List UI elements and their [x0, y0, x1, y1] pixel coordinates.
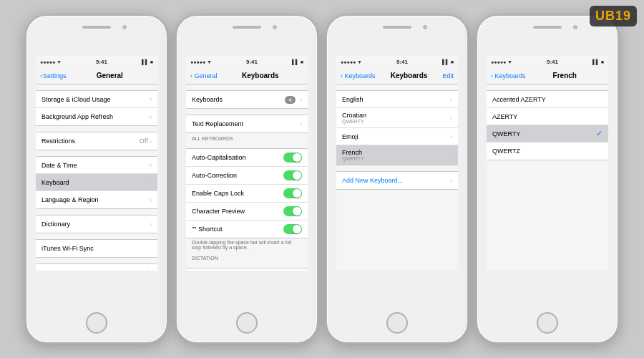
- list-item-emoji[interactable]: Emoji ›: [336, 128, 458, 145]
- list-item-qwertz[interactable]: QWERTZ: [487, 142, 608, 160]
- list-item-add-keyboard[interactable]: Add New Keyboard... ›: [336, 172, 458, 189]
- phone-screen-keyboards-list: ●●●●● ▼ 9:41 ▌▌ ■ ‹ Keyboards Keyboards …: [336, 56, 458, 271]
- list-item-char-preview[interactable]: Character Preview: [186, 203, 308, 221]
- french-options-section: Accented AZERTY AZERTY QWERTY ✓ QWERTZ: [487, 90, 608, 160]
- nav-bar-keyboards-list: ‹ Keyboards Keyboards Edit: [336, 67, 458, 84]
- status-bar-2: ●●●●● ▼ 9:41 ▌▌ ■: [186, 56, 308, 67]
- toggle-auto-cap[interactable]: [283, 153, 302, 163]
- list-item-french[interactable]: French QWERTY ›: [336, 145, 458, 165]
- list-item-datetime[interactable]: Date & Time ›: [36, 157, 157, 174]
- dictation-header: DICTATION: [186, 253, 308, 262]
- back-button-general[interactable]: ‹ Settings: [40, 72, 67, 79]
- list-item-caps-lock[interactable]: Enable Caps Lock: [186, 185, 308, 203]
- list-item-language[interactable]: Language & Region ›: [36, 191, 157, 208]
- status-bar-3: ●●●●● ▼ 9:41 ▌▌ ■: [336, 56, 458, 67]
- list-item-accented-azerty[interactable]: Accented AZERTY: [487, 91, 608, 108]
- all-keyboards-header: ALL KEYBOARDS: [186, 133, 308, 142]
- list-item-vpn[interactable]: VPN Not Connected ›: [36, 264, 157, 271]
- nav-title-general: General: [97, 72, 123, 79]
- shortcut-footer: Double-tapping the space bar will insert…: [186, 238, 308, 253]
- nav-bar-french: ‹ Keyboards French: [487, 67, 608, 84]
- phone-speaker-3: [383, 26, 411, 29]
- phone-home-button[interactable]: [86, 312, 107, 334]
- general-section-6: VPN Not Connected › Profile iOS Beta Sof…: [36, 263, 157, 271]
- keyboards-badge: 4: [285, 96, 295, 104]
- edit-button[interactable]: Edit: [442, 72, 454, 79]
- general-section-4: Dictionary ›: [36, 215, 157, 233]
- phone-general: ●●●●● ▼ 9:41 ▌▌ ■ ‹ Settings General Sto…: [25, 14, 168, 344]
- status-bar-4: ●●●●● ▼ 9:41 ▌▌ ■: [487, 56, 608, 67]
- general-section-5: iTunes Wi-Fi Sync: [36, 239, 157, 258]
- general-section-1: Storage & iCloud Usage › Background App …: [36, 90, 157, 126]
- list-item-auto-cap[interactable]: Auto-Capitalisation: [186, 149, 308, 167]
- phone-speaker-2: [233, 26, 261, 29]
- phone-screen-keyboards: ●●●●● ▼ 9:41 ▌▌ ■ ‹ General Keyboards Ke…: [186, 56, 308, 271]
- nav-bar-general: ‹ Settings General: [36, 67, 157, 84]
- phone-french: ●●●●● ▼ 9:41 ▌▌ ■ ‹ Keyboards French Acc…: [476, 14, 619, 344]
- nav-bar-keyboards: ‹ General Keyboards: [186, 67, 308, 84]
- nav-title-keyboards: Keyboards: [242, 72, 279, 79]
- general-section-2: Restrictions Off ›: [36, 132, 157, 150]
- list-item-dictation[interactable]: Enable Dictation: [186, 268, 308, 271]
- list-item-bgrefresh[interactable]: Background App Refresh ›: [36, 108, 157, 125]
- list-item-shortcut[interactable]: "" Shortcut: [186, 221, 308, 238]
- dictation-section: Enable Dictation: [186, 268, 308, 271]
- phone-screen-french: ●●●●● ▼ 9:41 ▌▌ ■ ‹ Keyboards French Acc…: [487, 56, 608, 271]
- phone-camera-2: [273, 25, 277, 29]
- phone-camera-3: [423, 25, 427, 29]
- phone-screen-general: ●●●●● ▼ 9:41 ▌▌ ■ ‹ Settings General Sto…: [36, 56, 157, 271]
- general-section-3: Date & Time › Keyboard › Language & Regi…: [36, 156, 157, 209]
- toggle-caps-lock[interactable]: [283, 188, 302, 198]
- watermark: UB19: [590, 6, 637, 26]
- keyboards-toggles-section: Auto-Capitalisation Auto-Correction Enab…: [186, 148, 308, 238]
- toggle-auto-correct[interactable]: [283, 170, 302, 180]
- phone-home-button-2[interactable]: [236, 312, 258, 334]
- status-time: 9:41: [96, 59, 107, 65]
- phones-container: UB19 ●●●●● ▼ 9:41 ▌▌ ■ ‹ Settings Genera…: [0, 0, 644, 358]
- list-item-qwerty[interactable]: QWERTY ✓: [487, 125, 608, 142]
- list-item-keyboards-count[interactable]: Keyboards 4›: [186, 91, 308, 108]
- phone-speaker-4: [533, 26, 562, 29]
- list-item-text-replacement[interactable]: Text Replacement ›: [186, 115, 308, 132]
- list-item-english[interactable]: English ›: [336, 91, 458, 108]
- phone-camera-4: [573, 25, 577, 29]
- list-item-keyboard[interactable]: Keyboard ›: [36, 174, 157, 191]
- keyboards-section-2: Text Replacement ›: [186, 115, 308, 133]
- phone-home-button-4[interactable]: [537, 312, 558, 334]
- list-item-auto-correct[interactable]: Auto-Correction: [186, 167, 308, 185]
- phone-home-button-3[interactable]: [386, 312, 408, 334]
- toggle-shortcut[interactable]: [283, 224, 302, 234]
- phone-camera: [122, 25, 127, 29]
- list-item-storage[interactable]: Storage & iCloud Usage ›: [36, 91, 157, 108]
- phone-keyboards-list: ●●●●● ▼ 9:41 ▌▌ ■ ‹ Keyboards Keyboards …: [326, 14, 469, 344]
- nav-title-keyboards-list: Keyboards: [391, 72, 428, 79]
- back-button-keyboards[interactable]: ‹ General: [190, 72, 218, 79]
- phone-keyboards: ●●●●● ▼ 9:41 ▌▌ ■ ‹ General Keyboards Ke…: [175, 14, 318, 344]
- checkmark-qwerty: ✓: [596, 129, 602, 138]
- keyboards-section-1: Keyboards 4›: [186, 90, 308, 109]
- toggle-char-preview[interactable]: [283, 206, 302, 216]
- list-item-restrictions[interactable]: Restrictions Off ›: [36, 132, 157, 150]
- list-item-azerty[interactable]: AZERTY: [487, 108, 608, 125]
- status-bar: ●●●●● ▼ 9:41 ▌▌ ■: [36, 56, 157, 67]
- keyboards-list-section: English › Croatian QWERTY › Emoji ›: [336, 90, 458, 165]
- status-battery: ▌▌ ■: [142, 59, 153, 64]
- status-signal: ●●●●● ▼: [40, 59, 62, 64]
- back-button-keyboards-list[interactable]: ‹ Keyboards: [341, 72, 376, 79]
- list-item-croatian[interactable]: Croatian QWERTY ›: [336, 108, 458, 128]
- add-keyboard-section: Add New Keyboard... ›: [336, 171, 458, 190]
- list-item-dictionary[interactable]: Dictionary ›: [36, 216, 157, 233]
- nav-title-french: French: [553, 72, 577, 79]
- phone-speaker: [82, 26, 111, 29]
- list-item-itunes[interactable]: iTunes Wi-Fi Sync: [36, 240, 157, 257]
- back-button-french[interactable]: ‹ Keyboards: [491, 72, 526, 79]
